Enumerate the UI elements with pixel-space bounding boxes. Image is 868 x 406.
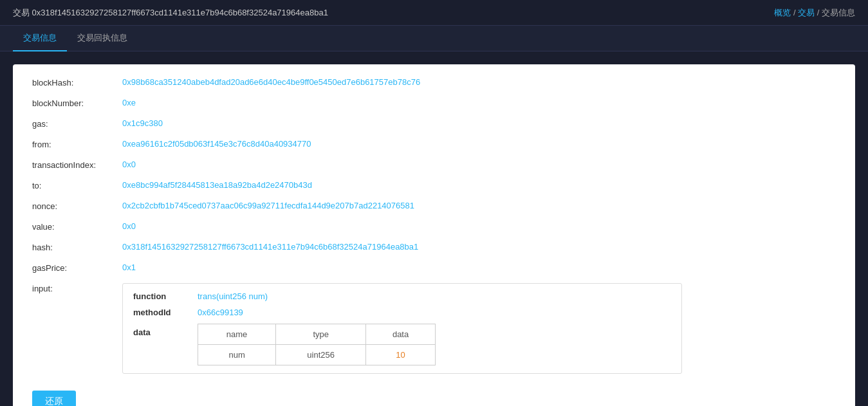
field-label-value: value: xyxy=(32,221,122,232)
field-label-to: to: xyxy=(32,180,122,190)
field-value-block-hash: 0x98b68ca351240abeb4dfad20ad6e6d40ec4be9… xyxy=(122,77,420,87)
restore-button[interactable]: 还原 xyxy=(32,391,76,406)
field-value-hash: 0x318f1451632927258127ff6673cd1141e311e7… xyxy=(122,242,418,252)
field-value-block-number: 0xe xyxy=(122,98,136,107)
field-hash: hash: 0x318f1451632927258127ff6673cd1141… xyxy=(32,242,836,256)
breadcrumb-overview[interactable]: 概览 xyxy=(774,8,791,17)
input-function-row: function trans(uint256 num) xyxy=(133,291,671,301)
tab-bar: 交易信息 交易回执信息 xyxy=(0,26,868,51)
field-value: value: 0x0 xyxy=(32,221,836,235)
input-data-label: data xyxy=(133,324,198,337)
field-tx-index: transactionIndex: 0x0 xyxy=(32,160,836,174)
col-header-name: name xyxy=(198,324,276,345)
field-label-input: input: xyxy=(32,283,122,293)
input-method-label: methodId xyxy=(133,308,198,317)
field-from: from: 0xea96161c2f05db063f145e3c76c8d40a… xyxy=(32,139,836,153)
field-label-nonce: nonce: xyxy=(32,201,122,211)
field-label-gas-price: gasPrice: xyxy=(32,263,122,273)
field-value-tx-index: 0x0 xyxy=(122,160,136,169)
input-box: function trans(uint256 num) methodId 0x6… xyxy=(122,283,682,374)
field-nonce: nonce: 0x2cb2cbfb1b745ced0737aac06c99a92… xyxy=(32,201,836,215)
field-gas: gas: 0x1c9c380 xyxy=(32,118,836,133)
page-title: 交易 0x318f1451632927258127ff6673cd1141e31… xyxy=(13,7,328,19)
field-label-hash: hash: xyxy=(32,242,122,252)
tx-detail-card: blockHash: 0x98b68ca351240abeb4dfad20ad6… xyxy=(13,64,855,406)
breadcrumb: 概览 / 交易 / 交易信息 xyxy=(774,7,855,19)
breadcrumb-transactions[interactable]: 交易 xyxy=(798,8,815,17)
field-block-hash: blockHash: 0x98b68ca351240abeb4dfad20ad6… xyxy=(32,77,836,91)
field-block-number: blockNumber: 0xe xyxy=(32,98,836,112)
main-content: blockHash: 0x98b68ca351240abeb4dfad20ad6… xyxy=(0,51,868,406)
field-value-nonce: 0x2cb2cbfb1b745ced0737aac06c99a92711fecd… xyxy=(122,201,414,210)
col-header-type: type xyxy=(276,324,366,345)
field-label-gas: gas: xyxy=(32,118,122,129)
cell-name: num xyxy=(198,345,276,365)
table-header-row: name type data xyxy=(198,324,436,345)
field-value-from: 0xea96161c2f05db063f145e3c76c8d40a409347… xyxy=(122,139,311,149)
input-data-row: data name type data num u xyxy=(133,324,671,365)
col-header-data: data xyxy=(366,324,436,345)
input-method-row: methodId 0x66c99139 xyxy=(133,308,671,317)
tab-tx-receipt[interactable]: 交易回执信息 xyxy=(67,26,138,51)
cell-data: 10 xyxy=(366,345,436,365)
field-label-tx-index: transactionIndex: xyxy=(32,160,122,170)
table-row: num uint256 10 xyxy=(198,345,436,365)
top-bar: 交易 0x318f1451632927258127ff6673cd1141e31… xyxy=(0,0,868,26)
field-label-from: from: xyxy=(32,139,122,149)
field-value-value: 0x0 xyxy=(122,221,136,231)
input-method-value: 0x66c99139 xyxy=(198,308,243,317)
field-label-block-number: blockNumber: xyxy=(32,98,122,108)
field-value-gas: 0x1c9c380 xyxy=(122,118,163,128)
input-function-label: function xyxy=(133,291,198,301)
breadcrumb-sep2: / xyxy=(817,8,822,17)
field-input: input: function trans(uint256 num) metho… xyxy=(32,283,836,374)
field-label-block-hash: blockHash: xyxy=(32,77,122,88)
tab-tx-info[interactable]: 交易信息 xyxy=(13,26,67,51)
field-gas-price: gasPrice: 0x1 xyxy=(32,263,836,277)
field-to: to: 0xe8bc994af5f28445813ea18a92ba4d2e24… xyxy=(32,180,836,194)
data-table: name type data num uint256 10 xyxy=(198,324,436,365)
input-function-value: trans(uint256 num) xyxy=(198,291,268,301)
field-value-to: 0xe8bc994af5f28445813ea18a92ba4d2e2470b4… xyxy=(122,180,312,190)
breadcrumb-current: 交易信息 xyxy=(822,8,855,17)
cell-type: uint256 xyxy=(276,345,366,365)
field-value-gas-price: 0x1 xyxy=(122,263,136,272)
